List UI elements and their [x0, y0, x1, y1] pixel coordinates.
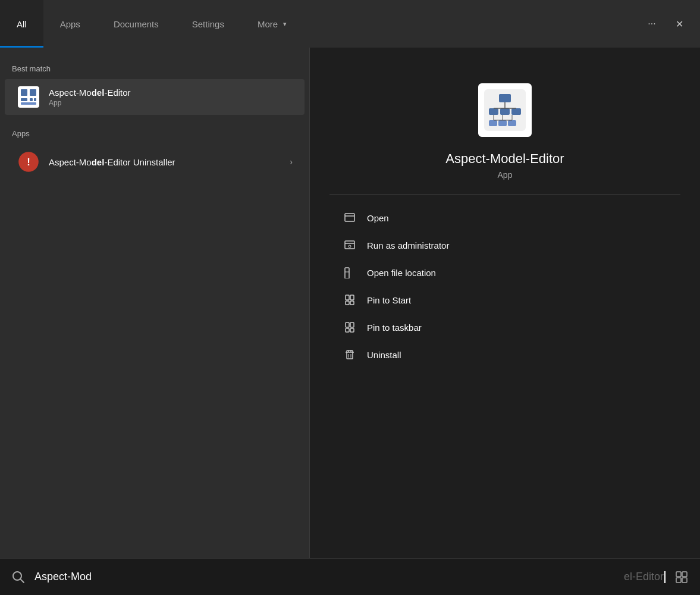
app-type: App [498, 170, 513, 180]
app-icon-large [478, 83, 532, 137]
chevron-down-icon: ▾ [283, 20, 287, 28]
svg-rect-3 [21, 98, 27, 101]
close-button[interactable]: ✕ [668, 12, 690, 35]
svg-rect-49 [676, 578, 681, 583]
taskbar-view-button[interactable] [673, 568, 690, 586]
svg-rect-37 [346, 328, 349, 332]
svg-rect-10 [499, 94, 511, 102]
apps-section-label: Apps [0, 124, 309, 143]
svg-rect-35 [346, 322, 349, 327]
svg-text:!: ! [27, 156, 30, 168]
pin-taskbar-label: Pin to taskbar [367, 322, 422, 333]
chevron-right-icon: › [290, 157, 293, 167]
best-match-text: Aspect-Model-Editor App [49, 87, 293, 107]
svg-rect-47 [676, 572, 681, 577]
svg-rect-34 [350, 301, 354, 305]
pin-taskbar-action[interactable]: Pin to taskbar [334, 314, 676, 341]
search-bar: el-Editor [0, 558, 700, 595]
uninstaller-text: Aspect-Model-Editor Uninstaller [49, 157, 290, 167]
ellipsis-icon: ··· [648, 18, 655, 29]
search-icon [10, 568, 27, 586]
tab-settings[interactable]: Settings [175, 0, 241, 48]
search-input-area[interactable]: el-Editor [34, 571, 666, 583]
pin-start-action[interactable]: Pin to Start [334, 286, 676, 314]
tab-actions: ··· ✕ [641, 12, 700, 35]
run-admin-label: Run as administrator [367, 240, 449, 250]
svg-rect-1 [21, 89, 27, 96]
svg-rect-5 [34, 98, 36, 101]
app-icon-small [17, 85, 40, 109]
shield-icon [343, 239, 356, 252]
svg-rect-36 [350, 322, 354, 327]
svg-rect-18 [498, 120, 507, 126]
search-input-faded: el-Editor [624, 571, 664, 583]
uninstaller-name: Aspect-Model-Editor Uninstaller [49, 157, 290, 167]
open-location-action[interactable]: Open file location [334, 259, 676, 286]
svg-rect-39 [347, 350, 353, 359]
svg-rect-6 [21, 102, 36, 105]
best-match-label: Best match [0, 60, 309, 78]
text-cursor [664, 571, 666, 583]
svg-rect-50 [682, 578, 687, 583]
app-title: Aspect-Model-Editor [445, 151, 564, 167]
svg-rect-19 [508, 120, 516, 126]
folder-icon [343, 266, 356, 279]
best-match-type: App [49, 99, 293, 107]
open-icon [343, 211, 356, 224]
svg-rect-17 [489, 120, 497, 126]
svg-rect-13 [511, 108, 521, 115]
tab-bar: All Apps Documents Settings More ▾ ··· ✕ [0, 0, 700, 48]
action-list: Open Run as administrator [310, 204, 700, 368]
svg-point-28 [349, 245, 351, 248]
svg-rect-48 [682, 572, 687, 577]
uninstall-label: Uninstall [367, 350, 401, 360]
tab-more[interactable]: More ▾ [241, 0, 303, 48]
svg-rect-31 [346, 295, 349, 300]
uninstall-action[interactable]: Uninstall [334, 341, 676, 368]
tab-all[interactable]: All [0, 0, 43, 48]
left-panel: Best match Aspect-Model-Editor [0, 48, 309, 583]
svg-line-46 [20, 579, 24, 583]
svg-rect-24 [345, 214, 354, 221]
divider [329, 194, 680, 195]
best-match-name: Aspect-Model-Editor [49, 87, 293, 98]
open-location-label: Open file location [367, 268, 436, 278]
open-action[interactable]: Open [334, 204, 676, 231]
open-label: Open [367, 213, 389, 223]
svg-rect-32 [350, 295, 354, 300]
best-match-item[interactable]: Aspect-Model-Editor App [5, 79, 305, 115]
right-panel: Aspect-Model-Editor App Open [309, 48, 700, 583]
search-input[interactable] [34, 571, 624, 583]
run-admin-action[interactable]: Run as administrator [334, 231, 676, 259]
pin-start-icon [343, 293, 356, 306]
uninstaller-icon: ! [17, 150, 40, 174]
pin-taskbar-icon [343, 321, 356, 334]
main-content: Best match Aspect-Model-Editor [0, 48, 700, 583]
more-options-button[interactable]: ··· [641, 12, 663, 35]
tab-apps[interactable]: Apps [43, 0, 97, 48]
svg-rect-12 [500, 108, 510, 115]
uninstaller-item[interactable]: ! Aspect-Model-Editor Uninstaller › [5, 144, 305, 180]
svg-rect-2 [30, 89, 36, 96]
svg-rect-11 [489, 108, 498, 115]
svg-rect-29 [345, 268, 349, 278]
svg-rect-38 [350, 328, 354, 332]
close-icon: ✕ [676, 18, 683, 30]
uninstall-icon [343, 348, 356, 361]
tab-documents[interactable]: Documents [97, 0, 175, 48]
svg-rect-4 [30, 98, 33, 101]
svg-rect-33 [346, 301, 349, 305]
pin-start-label: Pin to Start [367, 295, 411, 305]
